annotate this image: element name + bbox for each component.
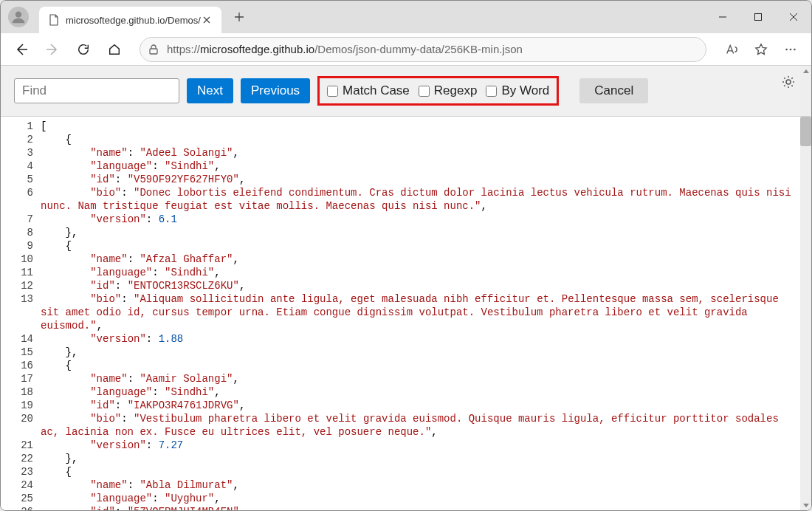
scroll-down-icon[interactable] — [800, 499, 811, 510]
maximize-button[interactable] — [740, 1, 776, 33]
regexp-option[interactable]: Regexp — [419, 83, 478, 98]
svg-point-10 — [785, 48, 788, 50]
match-case-label: Match Case — [343, 83, 410, 98]
find-cancel-button[interactable]: Cancel — [579, 78, 648, 103]
content-area: 123456 78910111213 14151617181920 212223… — [1, 117, 811, 510]
favorites-button[interactable] — [748, 36, 774, 63]
svg-point-11 — [790, 48, 792, 50]
regexp-label: Regexp — [434, 83, 478, 98]
find-input[interactable] — [14, 78, 179, 103]
window-controls — [705, 1, 811, 33]
match-case-option[interactable]: Match Case — [327, 83, 410, 98]
titlebar: microsoftedge.github.io/Demos/ — [1, 1, 811, 33]
more-menu-button[interactable] — [777, 36, 804, 63]
url-text: https://microsoftedge.github.io/Demos/js… — [167, 43, 523, 55]
scrollbar[interactable] — [800, 66, 811, 116]
by-word-label: By Word — [501, 83, 549, 98]
svg-point-0 — [16, 12, 21, 18]
url-path: /Demos/json-dummy-data/256KB-min.json — [314, 43, 523, 55]
browser-tab[interactable]: microsoftedge.github.io/Demos/ — [39, 7, 221, 33]
find-next-button[interactable]: Next — [187, 78, 233, 103]
back-button[interactable] — [8, 36, 35, 63]
forward-button — [39, 36, 66, 63]
lock-icon — [148, 44, 159, 55]
svg-point-13 — [786, 80, 791, 84]
read-aloud-button[interactable] — [718, 36, 745, 63]
scroll-thumb[interactable] — [800, 117, 811, 146]
findbar: Next Previous Match Case Regexp By Word … — [1, 66, 781, 116]
gear-icon[interactable] — [781, 75, 796, 89]
browser-toolbar: https://microsoftedge.github.io/Demos/js… — [1, 33, 811, 66]
code-lines[interactable]: [ { "name": "Adeel Solangi", "language":… — [41, 117, 800, 510]
url-host: microsoftedge.github.io — [200, 43, 314, 55]
file-icon — [48, 14, 60, 26]
match-case-checkbox[interactable] — [327, 86, 338, 97]
minimize-button[interactable] — [705, 1, 740, 33]
refresh-button[interactable] — [70, 36, 97, 63]
address-bar[interactable]: https://microsoftedge.github.io/Demos/js… — [140, 37, 706, 62]
by-word-option[interactable]: By Word — [486, 83, 549, 98]
url-scheme: https:// — [167, 43, 200, 55]
line-gutter: 123456 78910111213 14151617181920 212223… — [1, 117, 41, 510]
find-options-highlight: Match Case Regexp By Word — [317, 76, 559, 106]
home-button[interactable] — [101, 36, 128, 63]
scroll-up-icon[interactable] — [800, 66, 811, 77]
json-viewer: 123456 78910111213 14151617181920 212223… — [1, 117, 800, 510]
profile-icon[interactable] — [8, 7, 29, 27]
svg-rect-6 — [755, 14, 762, 21]
find-previous-button[interactable]: Previous — [241, 78, 310, 103]
regexp-checkbox[interactable] — [419, 86, 430, 97]
new-tab-button[interactable] — [227, 5, 251, 29]
close-window-button[interactable] — [776, 1, 811, 33]
findbar-container: Next Previous Match Case Regexp By Word … — [1, 66, 811, 117]
tab-close-button[interactable] — [201, 14, 213, 26]
svg-rect-9 — [150, 49, 157, 54]
svg-point-12 — [794, 48, 796, 50]
by-word-checkbox[interactable] — [486, 86, 497, 97]
content-scrollbar[interactable] — [800, 117, 811, 510]
tab-title: microsoftedge.github.io/Demos/ — [66, 15, 201, 26]
